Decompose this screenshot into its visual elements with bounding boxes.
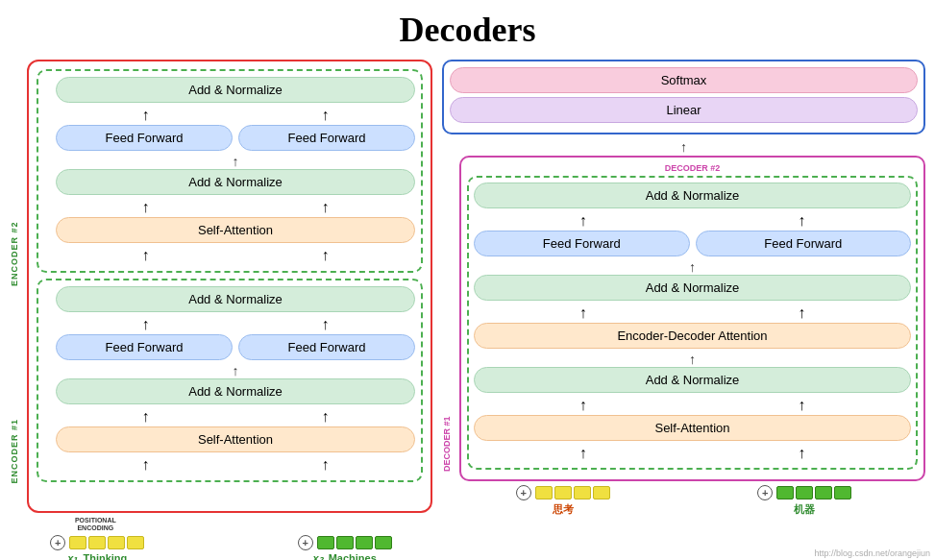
right-input-group-2: + 机器 [757,485,851,517]
enc2-arrows-3: ↑ ↑ [56,199,415,216]
decoder2-label: DECODER #2 [467,163,918,173]
enc1-add-norm-bot: Add & Normalize [56,378,415,404]
output-box: Softmax Linear [442,60,925,134]
enc1-add-norm-top: Add & Normalize [56,286,415,312]
enc1-ff-left: Feed Forward [56,334,233,360]
arrow-up-7: ↑ [142,316,150,333]
plus-circle-r1: + [516,485,531,500]
right-input-group-1: + 思考 [516,485,610,517]
softmax-block: Softmax [450,67,918,93]
decoders-outer-box: DECODER #2 Add & Normalize ↑ ↑ Feed Forw… [459,156,925,481]
arrow-up-d2: ↑ [798,212,805,230]
dec2-self-attn: Self-Attention [474,415,911,441]
right-input1-blocks [535,486,610,499]
decoder1-label: DECODER #1 [442,165,452,472]
arrow-up-d6: ↑ [798,397,805,414]
input-block-g2 [336,536,354,549]
r-input-block-g2 [796,486,813,499]
plus-circle-r2: + [757,485,773,500]
input-block-y2 [88,536,106,549]
input1-plus-row: + [50,535,144,550]
right-input-area: + 思考 + [442,485,925,517]
dec2-arrows-3: ↑ ↑ [474,304,911,322]
right-input1-plus-row: + [516,485,610,500]
encoder1-unit: Add & Normalize ↑ ↑ Feed Forward Feed Fo… [37,279,423,482]
arrow-up-d8: ↑ [798,445,805,462]
enc1-ff-right: Feed Forward [238,334,415,360]
dec2-arrow-3: ↑ [474,353,911,366]
encoders-box: Add & Normalize ↑ ↑ Feed Forward Feed Fo… [27,60,432,513]
machines-label: Machines [329,552,377,560]
arrow-up-5: ↑ [142,247,150,264]
dec2-ff-left: Feed Forward [474,231,690,256]
input-block-y1 [69,536,86,549]
encoder1-label: ENCODER #1 [10,295,19,484]
encoder2-label: ENCODER #2 [10,69,19,286]
input-block-g4 [375,536,392,549]
dec2-add-norm-mid: Add & Normalize [474,275,911,301]
input1-label-row: x₁ Thinking [67,552,127,560]
arrow-up-d4: ↑ [798,304,805,322]
page-title: Decoders [0,0,935,56]
enc2-arrows-4: ↑ ↑ [56,247,415,264]
decoder2-unit: Add & Normalize ↑ ↑ Feed Forward Feed Fo… [467,176,918,470]
right-input2-plus-row: + [757,485,851,500]
input-block-y4 [127,536,144,549]
arrow-up-2: ↑ [322,107,330,124]
arrow-up-d1: ↑ [579,212,587,230]
arrow-up-10: ↑ [322,408,330,426]
r-input-block-y2 [554,486,572,499]
arrow-up-6: ↑ [322,247,330,264]
thinking-label: Thinking [83,552,127,560]
arrow-up-4: ↑ [322,199,330,216]
enc1-self-attn: Self-Attention [56,426,415,452]
input1-blocks [69,536,144,549]
enc1-arrows-4: ↑ ↑ [56,456,415,474]
arrow-up-d7: ↑ [579,445,587,462]
enc2-add-norm-bot: Add & Normalize [56,169,415,195]
r-input-block-g4 [834,486,851,499]
arrow-up-12: ↑ [322,456,330,474]
arrow-up-d5: ↑ [579,397,587,414]
dec2-ff-right: Feed Forward [696,231,912,256]
dec2-arrows-4: ↑ ↑ [474,397,911,414]
plus-circle-1: + [50,535,65,550]
x2-label: x₂ [313,552,323,560]
dec2-enc-dec-attn: Encoder-Decoder Attention [474,323,911,349]
machines-cn-label: 机器 [794,502,815,517]
enc1-arrows-1: ↑ ↑ [56,316,415,333]
right-input2-blocks [776,486,851,499]
r-input-block-g1 [776,486,794,499]
enc2-arrow-2: ↑ [56,155,415,168]
input2-plus-row: + [298,535,392,550]
r-input-block-y1 [535,486,553,499]
enc1-ff-row: Feed Forward Feed Forward [56,334,415,360]
decoders-wrapper: DECODER #1 DECODER #2 Add & Normalize ↑ … [442,156,925,481]
main-container: ENCODER #2 ENCODER #1 Add & Normalize ↑ … [0,60,935,560]
enc2-self-attn: Self-Attention [56,217,415,243]
r-input-block-y3 [574,486,591,499]
left-input-group-1: POSITIONAL ENCODING + x₁ Thinking [50,517,144,560]
left-encoders: ENCODER #2 ENCODER #1 Add & Normalize ↑ … [10,60,432,560]
x1-label: x₁ [67,552,77,560]
output-arrow: ↑ [442,140,925,154]
r-input-block-g3 [815,486,832,499]
input-block-g1 [317,536,334,549]
enc2-ff-left: Feed Forward [56,125,233,151]
input2-label-row: x₂ Machines [313,552,377,560]
dec2-add-norm-top: Add & Normalize [474,183,911,208]
left-input-area: POSITIONAL ENCODING + x₁ Thinking [10,517,432,560]
input2-blocks [317,536,392,549]
input-block-y3 [108,536,125,549]
arrow-up-11: ↑ [142,456,150,474]
thinking-cn-label: 思考 [553,502,574,517]
pos-encoding-label: POSITIONAL ENCODING [75,517,116,533]
right-decoders: Softmax Linear ↑ DECODER #1 DECODER #2 A… [442,60,925,517]
arrow-up-1: ↑ [142,107,150,124]
enc2-arrows-1: ↑ ↑ [56,107,415,124]
enc2-add-norm-top: Add & Normalize [56,77,415,103]
arrow-up-d3: ↑ [579,304,587,322]
arrow-up-8: ↑ [322,316,330,333]
dec2-arrows-1: ↑ ↑ [474,212,911,230]
enc2-ff-row: Feed Forward Feed Forward [56,125,415,151]
